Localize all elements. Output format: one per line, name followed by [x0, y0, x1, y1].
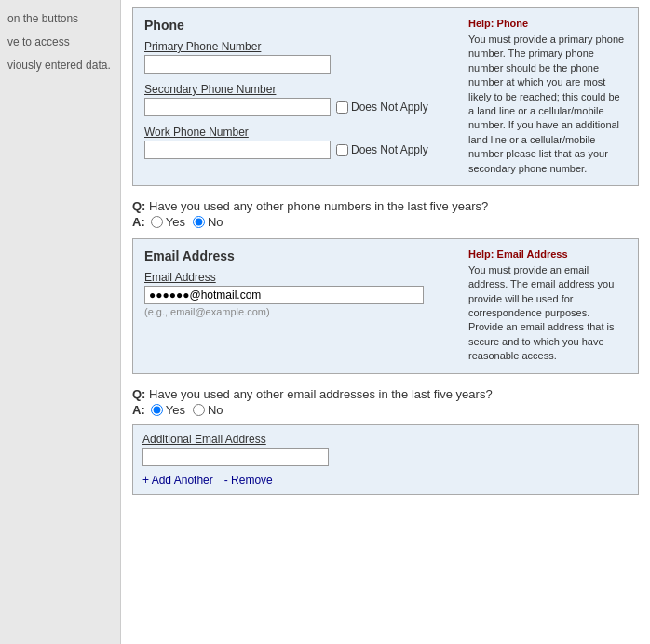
addl-email-input[interactable]	[142, 448, 329, 466]
phone-q-text: Have you used any other phone numbers in…	[149, 199, 488, 213]
email-form-area: Email Address Email Address (e.g., email…	[144, 248, 459, 364]
phone-radio-group: Yes No	[151, 215, 223, 229]
email-help-area: Help: Email Address You must provide an …	[459, 248, 627, 364]
phone-no-label: No	[208, 215, 223, 229]
email-label: Email Address	[144, 271, 459, 284]
main-content: Phone Primary Phone Number Secondary Pho…	[121, 0, 650, 644]
email-yes-option[interactable]: Yes	[151, 403, 185, 417]
phone-no-radio[interactable]	[193, 216, 205, 228]
does-not-apply-1-checkbox[interactable]	[336, 101, 348, 114]
sidebar-text-1: on the buttons	[0, 7, 120, 31]
phone-content-help: Phone Primary Phone Number Secondary Pho…	[144, 18, 627, 176]
email-q-prefix: Q:	[132, 387, 145, 401]
does-not-apply-2-text: Does Not Apply	[351, 143, 428, 156]
email-a-prefix: A:	[132, 403, 145, 417]
phone-a-prefix: A:	[132, 215, 145, 229]
phone-yes-radio[interactable]	[151, 216, 163, 228]
phone-answer-row: A: Yes No	[132, 215, 639, 229]
secondary-phone-group: Secondary Phone Number Does Not Apply	[144, 83, 459, 116]
add-another-link[interactable]: + Add Another	[142, 474, 213, 487]
phone-help-title: Help: Phone	[468, 18, 627, 29]
phone-question-block: Q: Have you used any other phone numbers…	[132, 199, 639, 229]
email-help-title: Help: Email Address	[468, 248, 627, 260]
sidebar-text-3: viously entered data.	[0, 54, 120, 77]
email-section-title: Email Address	[144, 248, 459, 263]
email-q-text: Have you used any other email addresses …	[149, 387, 493, 401]
primary-phone-input[interactable]	[144, 55, 331, 74]
phone-no-option[interactable]: No	[193, 215, 223, 229]
email-no-option[interactable]: No	[193, 403, 223, 417]
sidebar-text-2: ve to access	[0, 31, 120, 54]
email-yes-label: Yes	[166, 403, 185, 417]
email-answer-row: A: Yes No	[132, 403, 639, 417]
work-phone-row: Does Not Apply	[144, 141, 459, 159]
phone-form-area: Phone Primary Phone Number Secondary Pho…	[144, 18, 459, 176]
remove-link[interactable]: - Remove	[224, 474, 273, 487]
left-sidebar: on the buttons ve to access viously ente…	[0, 0, 121, 644]
does-not-apply-1-label[interactable]: Does Not Apply	[336, 101, 428, 114]
secondary-phone-input[interactable]	[144, 98, 331, 116]
does-not-apply-1-text: Does Not Apply	[351, 101, 428, 114]
does-not-apply-2-label[interactable]: Does Not Apply	[336, 143, 428, 156]
email-yes-radio[interactable]	[151, 404, 163, 416]
phone-help-area: Help: Phone You must provide a primary p…	[459, 18, 627, 176]
email-input[interactable]	[144, 286, 424, 304]
phone-yes-option[interactable]: Yes	[151, 215, 185, 229]
phone-yes-label: Yes	[166, 215, 185, 229]
email-no-label: No	[208, 403, 223, 417]
email-placeholder-hint: (e.g., email@example.com)	[144, 306, 459, 317]
page-wrapper: on the buttons ve to access viously ente…	[0, 0, 650, 644]
secondary-phone-row: Does Not Apply	[144, 98, 459, 116]
email-no-radio[interactable]	[193, 404, 205, 416]
primary-phone-label: Primary Phone Number	[144, 40, 459, 53]
phone-help-text: You must provide a primary phone number.…	[468, 33, 627, 176]
phone-q-prefix: Q:	[132, 199, 145, 213]
work-phone-input[interactable]	[144, 141, 331, 159]
phone-section-title: Phone	[144, 18, 459, 33]
phone-section: Phone Primary Phone Number Secondary Pho…	[132, 7, 639, 186]
addl-email-label: Additional Email Address	[142, 433, 629, 446]
email-question-row: Q: Have you used any other email address…	[132, 387, 639, 401]
work-phone-group: Work Phone Number Does Not Apply	[144, 126, 459, 159]
secondary-phone-label: Secondary Phone Number	[144, 83, 459, 96]
email-section: Email Address Email Address (e.g., email…	[132, 238, 639, 374]
additional-email-box: Additional Email Address + Add Another -…	[132, 424, 639, 495]
email-content-help: Email Address Email Address (e.g., email…	[144, 248, 627, 364]
email-help-text: You must provide an email address. The e…	[468, 263, 627, 364]
primary-phone-row	[144, 55, 459, 74]
email-field-group: Email Address (e.g., email@example.com)	[144, 271, 459, 317]
work-phone-label: Work Phone Number	[144, 126, 459, 139]
does-not-apply-2-checkbox[interactable]	[336, 144, 348, 156]
phone-question-row: Q: Have you used any other phone numbers…	[132, 199, 639, 213]
email-question-block: Q: Have you used any other email address…	[132, 387, 639, 495]
email-radio-group: Yes No	[151, 403, 223, 417]
primary-phone-group: Primary Phone Number	[144, 40, 459, 74]
add-remove-row: + Add Another - Remove	[142, 474, 629, 487]
